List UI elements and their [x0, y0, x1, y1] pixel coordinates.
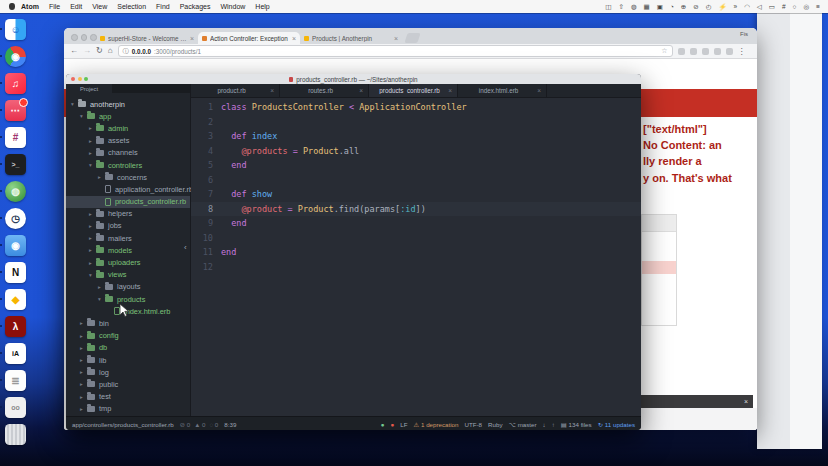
tree-item-config[interactable]: ▸config: [66, 330, 190, 342]
bookmark-star-icon[interactable]: ☆: [661, 47, 667, 55]
linter-ok-dot[interactable]: ●: [381, 421, 385, 428]
git-push[interactable]: ↑: [552, 421, 555, 428]
browser-tab-superhi-store-welcome-ho[interactable]: superHi-Store - Welcome Ho×: [96, 32, 198, 44]
tab-close-icon[interactable]: ×: [448, 87, 452, 94]
zoom-window-icon[interactable]: [90, 34, 97, 41]
acrobat-dock-icon[interactable]: λ: [5, 316, 26, 337]
console-close-icon[interactable]: ×: [744, 398, 748, 405]
tree-item-views[interactable]: ▾views: [66, 269, 190, 281]
forward-icon[interactable]: →: [83, 47, 91, 55]
code-area[interactable]: 1class ProductsController < ApplicationC…: [191, 98, 641, 416]
browser-tab-products-anotherpin[interactable]: Products | Anotherpin×: [300, 32, 402, 44]
cursor-position[interactable]: 8:39: [224, 421, 236, 428]
statusbar-diagnostics[interactable]: ⊘ 0▲ 0◌ 0: [180, 421, 219, 428]
menu-selection[interactable]: Selection: [117, 3, 146, 10]
menubar-status-icon[interactable]: »: [734, 3, 738, 10]
tab-close-icon[interactable]: ×: [190, 35, 194, 42]
extension-icon[interactable]: [702, 48, 709, 55]
new-tab-button[interactable]: [404, 33, 420, 43]
menubar-status-icon[interactable]: ◁: [757, 3, 762, 11]
tree-item-layouts[interactable]: ▸layouts: [66, 281, 190, 293]
git-pull[interactable]: ↓: [543, 421, 546, 428]
minimize-window-icon[interactable]: [81, 34, 88, 41]
back-icon[interactable]: ←: [70, 47, 78, 55]
menubar-status-icon[interactable]: ⚡: [718, 3, 726, 11]
menu-atom[interactable]: Atom: [21, 3, 39, 10]
tab-close-icon[interactable]: ×: [359, 87, 363, 94]
extension-icon[interactable]: [690, 48, 697, 55]
tree-toggle-icon[interactable]: ‹: [184, 243, 187, 252]
menu-packages[interactable]: Packages: [180, 3, 211, 10]
tree-item-concerns[interactable]: ▸concerns: [66, 171, 190, 183]
editor-tab-routes-rb[interactable]: routes.rb×: [280, 84, 369, 97]
tree-item-test[interactable]: ▸test: [66, 391, 190, 403]
tree-item-channels[interactable]: ▸channels: [66, 147, 190, 159]
package-alert-dot[interactable]: ●: [390, 421, 394, 428]
apple-menu-icon[interactable]: [9, 3, 15, 10]
tree-item-jobs[interactable]: ▸jobs: [66, 220, 190, 232]
menubar-status-icon[interactable]: ⊕: [681, 3, 686, 11]
extension-icon[interactable]: [678, 48, 685, 55]
browser-profile-name[interactable]: Fis: [740, 31, 748, 37]
tab-close-icon[interactable]: ×: [292, 35, 296, 42]
close-window-icon[interactable]: [71, 77, 75, 81]
clock-app-dock-icon[interactable]: ◷: [5, 208, 26, 229]
encoding[interactable]: UTF-8: [465, 421, 483, 428]
zoom-window-icon[interactable]: [84, 77, 88, 81]
tree-item-application-controller-rb[interactable]: application_controller.rb: [66, 183, 190, 195]
tree-item-helpers[interactable]: ▸helpers: [66, 208, 190, 220]
slack-dock-icon[interactable]: #: [5, 127, 26, 148]
menubar-status-icon[interactable]: ▦: [644, 3, 650, 11]
terminal-dock-icon[interactable]: >_: [5, 154, 26, 175]
project-tab[interactable]: Project: [66, 84, 112, 93]
tab-close-icon[interactable]: ×: [270, 87, 274, 94]
menubar-status-icon[interactable]: ▣: [657, 3, 663, 11]
tree-item-assets[interactable]: ▸assets: [66, 135, 190, 147]
tree-item-lib[interactable]: ▸lib: [66, 354, 190, 366]
editor-tab-product-rb[interactable]: product.rb×: [191, 84, 280, 97]
page-info-icon[interactable]: ⓘ: [123, 47, 129, 56]
tree-item-controllers[interactable]: ▾controllers: [66, 159, 190, 171]
notes-app-dock-icon[interactable]: ≣: [5, 370, 26, 391]
menu-view[interactable]: View: [92, 3, 107, 10]
menubar-status-icon[interactable]: ▭: [769, 3, 775, 11]
chrome-dock-icon[interactable]: ◉: [5, 46, 26, 67]
tree-item-tmp[interactable]: ▸tmp: [66, 403, 190, 415]
tree-item-log[interactable]: ▸log: [66, 366, 190, 378]
tree-item-public[interactable]: ▸public: [66, 378, 190, 390]
editor-tab-index-html-erb[interactable]: index.html.erb×: [458, 84, 547, 97]
editor-window-controls[interactable]: [71, 77, 88, 81]
tree-item-db[interactable]: ▸db: [66, 342, 190, 354]
tab-close-icon[interactable]: ×: [537, 87, 541, 94]
menu-find[interactable]: Find: [156, 3, 170, 10]
minimize-window-icon[interactable]: [78, 77, 82, 81]
menubar-status-icon[interactable]: ◍: [631, 3, 637, 11]
menubar-status-icon[interactable]: ⊘: [693, 3, 698, 11]
git-branch[interactable]: ⌥master: [508, 421, 536, 428]
menu-help[interactable]: Help: [255, 3, 269, 10]
statusbar-file-path[interactable]: app/controllers/products_controller.rb: [72, 421, 174, 428]
tree-item-models[interactable]: ▸models: [66, 244, 190, 256]
tree-item-uploaders[interactable]: ▸uploaders: [66, 256, 190, 268]
grammar[interactable]: Ruby: [488, 421, 502, 428]
menubar-status-icon[interactable]: #: [782, 3, 786, 10]
menu-file[interactable]: File: [49, 3, 60, 10]
menubar-status-icon[interactable]: ◠: [744, 3, 750, 11]
extension-icon[interactable]: [726, 48, 733, 55]
trash-dock-icon[interactable]: [5, 424, 26, 445]
tree-item-anotherpin[interactable]: ▾anotherpin: [66, 98, 190, 110]
reload-icon[interactable]: ↻: [96, 47, 103, 55]
tree-item-admin[interactable]: ▸admin: [66, 122, 190, 134]
close-window-icon[interactable]: [71, 34, 78, 41]
browser-window-controls[interactable]: [71, 34, 97, 41]
menubar-status-icon[interactable]: ◔: [670, 3, 674, 10]
tree-item-mailers[interactable]: ▸mailers: [66, 232, 190, 244]
url-bar[interactable]: ⓘ 0.0.0.0 :3000/products/1 ☆: [118, 45, 673, 57]
browser-menu-icon[interactable]: ⋮: [738, 47, 746, 56]
browser-tab-action-controller-exception[interactable]: Action Controller: Exception×: [198, 32, 300, 44]
extension-icon[interactable]: [714, 48, 721, 55]
menubar-status-icon[interactable]: ≡: [816, 3, 820, 10]
deprecation-warning[interactable]: ⚠1 deprecation: [413, 421, 458, 428]
tab-close-icon[interactable]: ×: [394, 35, 398, 42]
editor-tab-products-controller-rb[interactable]: products_controller.rb×: [369, 84, 458, 97]
